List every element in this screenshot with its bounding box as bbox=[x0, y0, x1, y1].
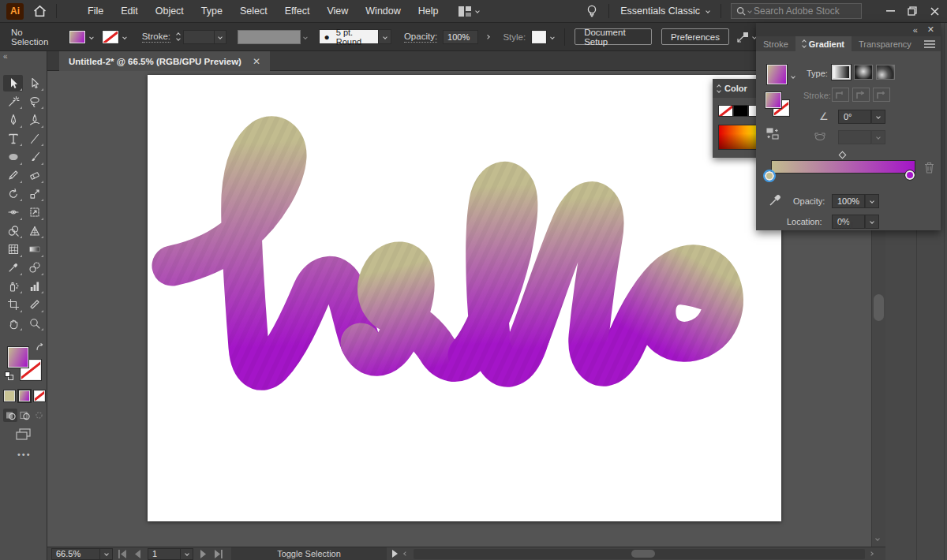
document-tab[interactable]: Untitled-2* @ 66.5% (RGB/GPU Preview) ✕ bbox=[59, 51, 270, 71]
gradient-swatch-button[interactable] bbox=[19, 390, 30, 401]
stroke-weight-label[interactable]: Stroke: bbox=[142, 32, 170, 43]
brush-definition-dropdown[interactable] bbox=[379, 29, 391, 44]
stroke-across-button[interactable] bbox=[873, 88, 890, 102]
workspace-chevron-icon[interactable] bbox=[706, 9, 710, 13]
perspective-grid-tool[interactable] bbox=[24, 222, 44, 239]
ellipse-tool[interactable] bbox=[3, 149, 23, 166]
search-input[interactable]: Search Adobe Stock bbox=[731, 3, 862, 19]
gradient-stop-end[interactable] bbox=[905, 170, 915, 180]
width-tool[interactable] bbox=[3, 204, 23, 221]
reverse-gradient-icon[interactable] bbox=[766, 128, 779, 140]
gradient-tool[interactable] bbox=[24, 241, 44, 258]
illustrator-logo-icon[interactable]: Ai bbox=[6, 3, 24, 20]
hand-tool[interactable] bbox=[3, 315, 23, 331]
status-display[interactable]: Toggle Selection bbox=[231, 547, 387, 560]
gradient-opacity-field[interactable]: 100% bbox=[832, 194, 879, 208]
minimize-button[interactable] bbox=[879, 0, 901, 23]
eraser-tool[interactable] bbox=[24, 167, 44, 184]
style-swatch[interactable] bbox=[532, 31, 546, 43]
fill-indicator-swatch[interactable] bbox=[8, 347, 28, 368]
artboard-tool[interactable] bbox=[3, 297, 23, 313]
menu-select[interactable]: Select bbox=[231, 0, 276, 23]
none-swatch-button[interactable] bbox=[34, 390, 45, 401]
fill-color-swatch[interactable] bbox=[69, 31, 85, 43]
scroll-left-icon[interactable] bbox=[403, 551, 408, 556]
swap-fill-stroke-icon[interactable] bbox=[36, 343, 44, 352]
menu-help[interactable]: Help bbox=[410, 0, 447, 23]
artboard-number-field[interactable]: 1 bbox=[148, 548, 181, 560]
gradient-midpoint-handle[interactable] bbox=[839, 151, 847, 159]
horizontal-scrollbar[interactable] bbox=[414, 549, 865, 559]
type-tool[interactable] bbox=[3, 130, 23, 147]
panel-menu-icon[interactable] bbox=[924, 40, 935, 48]
scroll-down-icon[interactable] bbox=[875, 536, 880, 541]
eyedropper-tool[interactable] bbox=[3, 259, 23, 276]
stroke-weight-stepper[interactable] bbox=[177, 33, 180, 40]
opacity-flyout-icon[interactable] bbox=[485, 35, 489, 39]
restore-button[interactable] bbox=[901, 0, 923, 23]
free-transform-tool[interactable] bbox=[24, 204, 44, 221]
line-segment-tool[interactable] bbox=[24, 130, 44, 147]
menu-effect[interactable]: Effect bbox=[276, 0, 319, 23]
mesh-tool[interactable] bbox=[3, 241, 23, 258]
panel-resize-grip[interactable]: |||||||| bbox=[833, 221, 854, 229]
zoom-level-field[interactable]: 66.5% bbox=[51, 548, 100, 560]
align-options-icon[interactable] bbox=[737, 32, 756, 43]
collapse-panels-icon[interactable]: « bbox=[913, 25, 918, 35]
none-color-swatch[interactable] bbox=[718, 105, 733, 117]
tab-transparency[interactable]: Transparency bbox=[852, 36, 919, 51]
horizontal-scrollbar-thumb[interactable] bbox=[631, 550, 655, 558]
slice-tool[interactable] bbox=[24, 297, 44, 313]
menu-view[interactable]: View bbox=[318, 0, 357, 23]
freeform-gradient-button[interactable] bbox=[876, 65, 895, 80]
stroke-color-swatch[interactable] bbox=[103, 31, 118, 43]
previous-artboard-icon[interactable] bbox=[133, 550, 143, 558]
gradient-eyedropper-icon[interactable] bbox=[769, 193, 782, 207]
first-artboard-icon[interactable] bbox=[118, 550, 128, 558]
artboard-number-dropdown[interactable] bbox=[181, 548, 193, 560]
scale-tool[interactable] bbox=[24, 185, 44, 202]
pen-tool[interactable] bbox=[3, 112, 23, 129]
artboard[interactable] bbox=[148, 75, 781, 521]
arrange-documents-icon[interactable] bbox=[459, 6, 479, 17]
close-button[interactable] bbox=[923, 0, 945, 23]
workspace-switcher[interactable]: Essentials Classic bbox=[620, 6, 700, 17]
symbol-sprayer-tool[interactable] bbox=[3, 278, 23, 294]
vertical-scrollbar-thumb[interactable] bbox=[874, 294, 884, 321]
stroke-within-button[interactable] bbox=[832, 88, 849, 102]
menu-file[interactable]: File bbox=[79, 0, 112, 23]
gradient-angle-field[interactable]: 0° bbox=[838, 110, 885, 124]
menu-window[interactable]: Window bbox=[357, 0, 409, 23]
menu-edit[interactable]: Edit bbox=[112, 0, 147, 23]
next-artboard-icon[interactable] bbox=[198, 550, 208, 558]
stroke-weight-dropdown[interactable] bbox=[215, 30, 227, 44]
black-color-swatch[interactable] bbox=[733, 105, 748, 117]
tab-gradient[interactable]: Gradient bbox=[795, 36, 852, 51]
draw-inside-button[interactable] bbox=[32, 409, 46, 422]
color-swatch-button[interactable] bbox=[4, 390, 15, 401]
hello-blend-artwork[interactable] bbox=[148, 75, 781, 521]
gradient-stop-start[interactable] bbox=[765, 171, 774, 181]
status-flyout-icon[interactable] bbox=[391, 550, 398, 558]
selection-tool[interactable] bbox=[3, 75, 23, 91]
magic-wand-tool[interactable] bbox=[3, 93, 23, 110]
tab-stroke[interactable]: Stroke bbox=[756, 36, 795, 51]
column-graph-tool[interactable] bbox=[24, 278, 44, 294]
screen-mode-button[interactable] bbox=[16, 428, 31, 440]
pencil-tool[interactable] bbox=[3, 167, 23, 184]
curvature-tool[interactable] bbox=[24, 112, 44, 129]
variable-width-profile-dropdown[interactable] bbox=[238, 30, 301, 44]
discover-lightbulb-icon[interactable] bbox=[586, 5, 597, 18]
search-scope-chevron-icon[interactable] bbox=[747, 9, 752, 13]
gradient-slider-bar[interactable] bbox=[771, 160, 915, 174]
direct-selection-tool[interactable] bbox=[24, 75, 44, 91]
stroke-chevron-icon[interactable] bbox=[122, 35, 126, 39]
edit-toolbar-ellipsis[interactable]: ••• bbox=[17, 450, 32, 459]
rotate-tool[interactable] bbox=[3, 185, 23, 202]
home-icon[interactable] bbox=[33, 5, 47, 17]
close-panel-icon[interactable]: ✕ bbox=[927, 24, 934, 35]
brush-definition-field[interactable]: ● 5 pt. Round bbox=[319, 29, 379, 44]
fill-chevron-icon[interactable] bbox=[89, 35, 93, 39]
stroke-weight-field[interactable] bbox=[183, 30, 215, 44]
shape-builder-tool[interactable] bbox=[3, 222, 23, 239]
